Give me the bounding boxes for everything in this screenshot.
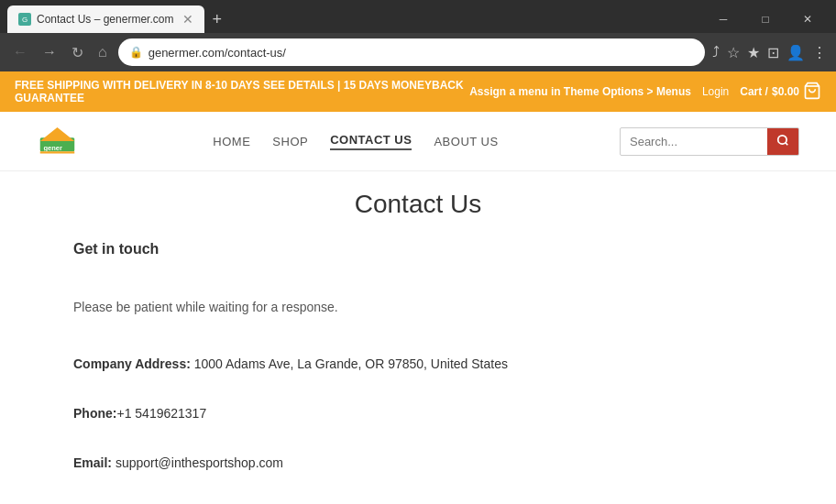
- login-link[interactable]: Login: [702, 85, 729, 98]
- site-header: gener HOME SHOP CONTACT US ABOUT US: [0, 112, 836, 171]
- svg-marker-2: [40, 127, 75, 141]
- browser-actions: ⤴ ☆ ★ ⊡ 👤 ⋮: [712, 44, 827, 61]
- address-row: Company Address: 1000 Adams Ave, La Gran…: [73, 356, 763, 371]
- phone-section: Phone:+1 5419621317: [73, 406, 763, 437]
- address-value: 1000 Adams Ave, La Grande, OR 97850, Uni…: [194, 356, 508, 371]
- tab-title: Contact Us – genermer.com: [37, 13, 173, 26]
- phone-label: Phone:: [73, 406, 116, 421]
- lock-icon: 🔒: [129, 46, 143, 59]
- address-label: Company Address:: [73, 356, 191, 371]
- address-text: genermer.com/contact-us/: [148, 46, 286, 60]
- back-button[interactable]: ←: [9, 42, 31, 62]
- search-button[interactable]: [767, 128, 798, 155]
- cart-icon: [803, 82, 821, 103]
- svg-text:gener: gener: [44, 144, 63, 152]
- cart-label: Cart /: [740, 85, 768, 98]
- share-button[interactable]: ⤴: [712, 44, 720, 60]
- home-button[interactable]: ⌂: [94, 42, 111, 62]
- profile-button[interactable]: 👤: [786, 44, 805, 61]
- top-banner: FREE SHIPPING WITH DELIVERY IN 8-10 DAYS…: [0, 71, 836, 112]
- get-in-touch-heading: Get in touch: [73, 241, 763, 257]
- minimize-button[interactable]: ─: [702, 5, 744, 33]
- tablet-mode-button[interactable]: ⊡: [767, 44, 779, 61]
- email-value: support@inthesportshop.com: [116, 455, 283, 470]
- banner-promo-text: FREE SHIPPING WITH DELIVERY IN 8-10 DAYS…: [15, 79, 469, 104]
- refresh-button[interactable]: ↻: [68, 42, 87, 63]
- maximize-button[interactable]: □: [744, 5, 786, 33]
- email-label: Email:: [73, 455, 112, 470]
- browser-tab[interactable]: G Contact Us – genermer.com ✕: [7, 5, 204, 33]
- banner-right: Assign a menu in Theme Options > Menus L…: [469, 82, 821, 103]
- close-button[interactable]: ✕: [786, 5, 829, 33]
- tab-bar: G Contact Us – genermer.com ✕ + ─ □ ✕: [0, 0, 836, 33]
- bookmark-button[interactable]: ☆: [727, 44, 740, 61]
- address-bar[interactable]: 🔒 genermer.com/contact-us/: [118, 38, 705, 66]
- nav-contact-us[interactable]: CONTACT US: [330, 133, 412, 150]
- email-row: Email: support@inthesportshop.com: [73, 455, 763, 470]
- forward-button[interactable]: →: [38, 42, 60, 62]
- phone-value: +1 5419621317: [116, 406, 206, 421]
- tab-favicon: G: [18, 13, 31, 26]
- new-tab-button[interactable]: +: [204, 10, 229, 29]
- page-content: Contact Us Get in touch Please be patien…: [0, 171, 836, 504]
- svg-point-5: [778, 135, 786, 143]
- menu-button[interactable]: ⋮: [812, 44, 827, 61]
- svg-line-6: [786, 142, 788, 145]
- page-title: Contact Us: [73, 190, 763, 219]
- browser-toolbar: ← → ↻ ⌂ 🔒 genermer.com/contact-us/ ⤴ ☆ ★…: [0, 33, 836, 71]
- nav-home[interactable]: HOME: [213, 135, 250, 148]
- search-box: [620, 127, 799, 156]
- assign-menu-text: Assign a menu in Theme Options > Menus: [469, 85, 691, 98]
- cart-area[interactable]: Cart / $0.00: [740, 82, 821, 103]
- email-section: Email: support@inthesportshop.com: [73, 455, 763, 487]
- main-nav: HOME SHOP CONTACT US ABOUT US: [213, 133, 498, 150]
- browser-chrome: G Contact Us – genermer.com ✕ + ─ □ ✕ ← …: [0, 0, 836, 71]
- tab-close-button[interactable]: ✕: [182, 12, 193, 27]
- svg-rect-4: [40, 151, 75, 153]
- extensions-button[interactable]: ★: [747, 44, 760, 61]
- address-section: Company Address: 1000 Adams Ave, La Gran…: [73, 356, 763, 388]
- cart-amount: $0.00: [772, 85, 799, 98]
- search-input[interactable]: [621, 129, 767, 154]
- patience-text: Please be patient while waiting for a re…: [73, 300, 763, 314]
- nav-shop[interactable]: SHOP: [272, 135, 308, 148]
- patience-section: Please be patient while waiting for a re…: [73, 300, 763, 338]
- get-in-touch-section: Get in touch: [73, 241, 763, 281]
- window-buttons: ─ □ ✕: [702, 5, 829, 33]
- nav-about-us[interactable]: ABOUT US: [434, 135, 498, 148]
- phone-row: Phone:+1 5419621317: [73, 406, 763, 421]
- logo[interactable]: gener: [37, 123, 92, 159]
